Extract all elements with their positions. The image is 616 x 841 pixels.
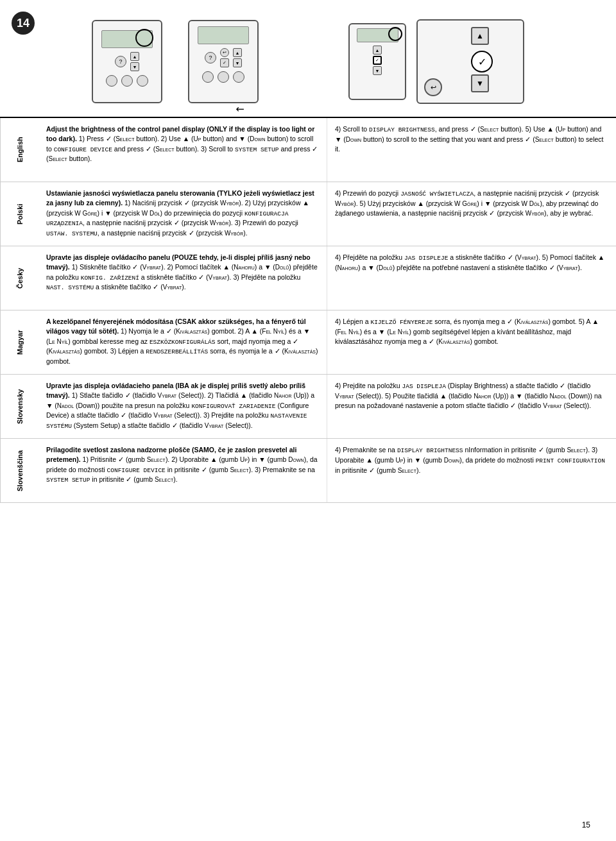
col-right-polski: 4) Przewiń do pozycji Jasność Wyświetlac… <box>327 182 616 246</box>
device-diagram-2: ? ↩ ✓ ▲ ▼ ↙ <box>188 20 259 103</box>
label-english: English <box>0 118 38 182</box>
col-left-magyar: A kezelőpanel fényerejének módosítása (C… <box>38 310 327 374</box>
right-nav-col: ▲ ✓ ▼ <box>373 46 382 75</box>
btn-down-2: ▼ <box>233 58 242 67</box>
col-left-slovenscina: Prilagodite svetlost zaslona nadzorne pl… <box>38 439 327 502</box>
nav-empty-mr <box>495 51 517 72</box>
text-magyar-left: A kezelőpanel fényerejének módosítása (C… <box>46 317 319 366</box>
btn-question-2: ? <box>205 52 216 64</box>
large-btn-check: ✓ <box>471 51 493 72</box>
btn-c1 <box>202 71 214 83</box>
large-nav-box: ↩ ▲ ✓ ▼ <box>416 19 524 104</box>
label-polski: Polski <box>0 182 38 246</box>
content-slovenscina: Prilagodite svetlost zaslona nadzorne pl… <box>38 439 616 502</box>
text-polski-left: Ustawianie jasności wyświetlacza panelu … <box>46 189 319 239</box>
text-english-left: Adjust the brightness of the control pan… <box>46 124 319 164</box>
device-diagram-right: ▲ ✓ ▼ ↩ ▲ ✓ <box>348 19 524 104</box>
highlight-circle-1 <box>135 29 153 47</box>
page-badge: 14 <box>12 12 35 35</box>
row-cesky: Česky Upravte jas displeje ovládacího pa… <box>0 246 616 310</box>
large-nav-grid: ▲ ✓ ▼ <box>447 27 517 96</box>
large-back-btn: ↩ <box>424 78 442 96</box>
language-content: English Adjust the brightness of the con… <box>0 118 616 503</box>
r-btn-check: ✓ <box>373 56 382 65</box>
device-diagram-1: ? ▲ ▼ <box>92 20 162 103</box>
row-polski: Polski Ustawianie jasności wyświetlacza … <box>0 182 616 246</box>
right-highlight <box>388 27 402 41</box>
row-magyar: Magyar A kezelőpanel fényerejének módosí… <box>0 310 616 375</box>
text-magyar-right: 4) Lépjen a Kijelző Fényereje sorra, és … <box>335 317 608 347</box>
nav-row-1: ? ▲ ▼ <box>98 52 156 71</box>
arrow-indicator: ↙ <box>233 101 248 116</box>
text-slovenscina-right: 4) Premaknite se na Display Brightness n… <box>335 445 608 475</box>
content-english: Adjust the brightness of the control pan… <box>38 118 616 182</box>
btn-question: ? <box>115 56 126 67</box>
content-cesky: Upravte jas displeje ovládacího panelu (… <box>38 246 616 310</box>
large-nav-top: ↩ ▲ ✓ ▼ <box>424 27 517 96</box>
row-slovenscina: Slovenščina Prilagodite svetlost zaslona… <box>0 439 616 503</box>
btn-check-highlight: ✓ <box>220 58 229 67</box>
btn-circle-2 <box>121 75 133 87</box>
nav-empty-tl <box>447 27 469 49</box>
large-btn-down: ▼ <box>471 74 489 92</box>
nav-empty-tr <box>495 27 517 49</box>
nav-empty-ml <box>447 51 469 72</box>
page-footer: 15 <box>582 820 590 829</box>
col-right-slovensky: 4) Prejdite na položku Jas Displeja (Dis… <box>327 375 616 438</box>
r-btn-down: ▼ <box>373 66 382 75</box>
text-slovenscina-left: Prilagodite svetlost zaslona nadzorne pl… <box>46 445 319 485</box>
btn-c3 <box>233 71 244 83</box>
label-magyar: Magyar <box>0 310 38 374</box>
btn-back: ↩ <box>220 48 229 57</box>
footer-page-number: 15 <box>582 820 590 829</box>
text-cesky-right: 4) Přejděte na položku Jas Displeje a st… <box>335 253 608 273</box>
device-box-right-small: ▲ ✓ ▼ <box>348 23 406 100</box>
nav-row-2: ? ↩ ✓ ▲ ▼ <box>194 48 252 67</box>
page-number: 14 <box>17 17 30 30</box>
right-device-group: ▲ ✓ ▼ ↩ ▲ ✓ <box>348 19 524 104</box>
btn-up: ▲ <box>130 52 139 61</box>
text-slovensky-left: Upravte jas displeja ovládacieho panela … <box>46 381 319 431</box>
btn-circle-1 <box>106 75 117 87</box>
up-down-btns-2: ▲ ▼ <box>233 48 242 67</box>
col-left-english: Adjust the brightness of the control pan… <box>38 118 327 182</box>
nav-empty-bl <box>447 74 469 96</box>
up-down-btns: ▲ ▼ <box>130 52 139 71</box>
diagrams-section: ? ▲ ▼ ? ↩ ✓ ▲ <box>0 0 616 118</box>
bottom-row-2 <box>194 71 252 83</box>
col-left-slovensky: Upravte jas displeja ovládacieho panela … <box>38 375 327 438</box>
r-btn-up: ▲ <box>373 46 382 55</box>
content-polski: Ustawianie jasności wyświetlacza panelu … <box>38 182 616 246</box>
text-slovensky-right: 4) Prejdite na položku Jas Displeja (Dis… <box>335 381 608 411</box>
label-cesky: Česky <box>0 246 38 310</box>
bottom-row-1 <box>98 75 156 87</box>
text-english-right: 4) Scroll to Display Brightness, and pre… <box>335 124 608 154</box>
device-screen-2 <box>198 26 249 44</box>
col-right-slovenscina: 4) Premaknite se na Display Brightness n… <box>327 439 616 502</box>
nav-empty-br <box>495 74 517 96</box>
text-polski-right: 4) Przewiń do pozycji Jasność Wyświetlac… <box>335 189 608 219</box>
col-right-magyar: 4) Lépjen a Kijelző Fényereje sorra, és … <box>327 310 616 374</box>
label-slovenscina: Slovenščina <box>0 439 38 502</box>
content-slovensky: Upravte jas displeja ovládacieho panela … <box>38 375 616 438</box>
back-check-col: ↩ ✓ <box>220 48 229 67</box>
text-cesky-left: Upravte jas displeje ovládacího panelu (… <box>46 253 319 293</box>
col-left-cesky: Upravte jas displeje ovládacího panelu (… <box>38 246 327 310</box>
row-slovensky: Slovensky Upravte jas displeja ovládacie… <box>0 375 616 439</box>
btn-down: ▼ <box>130 62 139 71</box>
col-left-polski: Ustawianie jasności wyświetlacza panelu … <box>38 182 327 246</box>
btn-c2 <box>218 71 229 83</box>
btn-circle-3 <box>137 75 148 87</box>
large-btn-up: ▲ <box>471 27 489 45</box>
row-english: English Adjust the brightness of the con… <box>0 118 616 182</box>
btn-up-2: ▲ <box>233 48 242 57</box>
content-magyar: A kezelőpanel fényerejének módosítása (C… <box>38 310 616 374</box>
col-right-english: 4) Scroll to Display Brightness, and pre… <box>327 118 616 182</box>
device-box-2: ? ↩ ✓ ▲ ▼ ↙ <box>188 20 259 103</box>
col-right-cesky: 4) Přejděte na položku Jas Displeje a st… <box>327 246 616 310</box>
label-slovensky: Slovensky <box>0 375 38 438</box>
device-box-1: ? ▲ ▼ <box>92 20 162 103</box>
